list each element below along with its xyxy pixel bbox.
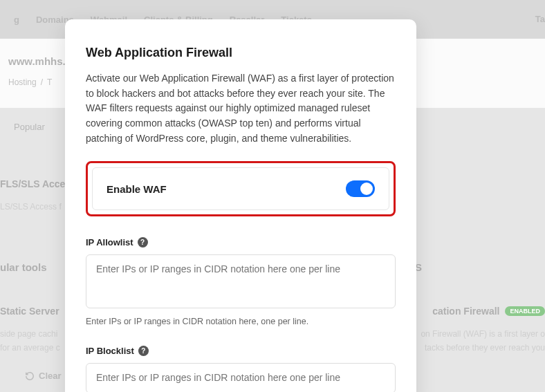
modal-title: Web Application Firewall xyxy=(86,46,396,60)
background-breadcrumb: Hosting / T xyxy=(8,77,52,87)
enable-waf-toggle[interactable] xyxy=(346,180,375,197)
background-right-title: cation Firewall ENABLED xyxy=(432,306,545,317)
background-right-sub1: on Firewall (WAF) is a first layer o xyxy=(421,329,545,339)
enable-waf-label: Enable WAF xyxy=(107,183,167,195)
help-icon[interactable]: ? xyxy=(138,346,149,356)
background-nav-right: Ta xyxy=(535,14,545,24)
ip-allowlist-textarea[interactable] xyxy=(86,254,396,308)
ip-allowlist-label: IP Allowlist ? xyxy=(86,237,396,248)
background-tab-popular: Popular xyxy=(14,122,45,132)
ip-allowlist-helper: Enter IPs or IP ranges in CIDR notation … xyxy=(86,317,396,326)
enable-waf-row: Enable WAF xyxy=(92,167,389,210)
background-static-sub1: side page cachi xyxy=(0,329,57,339)
background-fls-sub: LS/SLS Access f xyxy=(0,202,62,212)
help-icon[interactable]: ? xyxy=(138,237,148,248)
ip-blocklist-textarea[interactable] xyxy=(86,363,396,392)
enabled-badge: ENABLED xyxy=(505,306,545,316)
background-site-title: www.mhhs. xyxy=(8,55,66,67)
enable-waf-highlight-box: Enable WAF xyxy=(86,161,396,216)
refresh-icon xyxy=(25,371,35,381)
background-right-sub2: tacks before they ever reach you xyxy=(425,343,545,353)
modal-description: Activate our Web Application Firewall (W… xyxy=(86,71,396,146)
background-static-heading: Static Server xyxy=(0,306,59,317)
background-clear-button: Clear xyxy=(25,371,62,381)
background-tools-heading: ular tools xyxy=(0,261,47,273)
background-fls-heading: FLS/SLS Acce xyxy=(0,178,65,189)
ip-blocklist-label: IP Blocklist ? xyxy=(86,346,396,356)
background-static-sub2: for an average c xyxy=(0,343,60,353)
waf-modal: Web Application Firewall Activate our We… xyxy=(65,19,416,392)
